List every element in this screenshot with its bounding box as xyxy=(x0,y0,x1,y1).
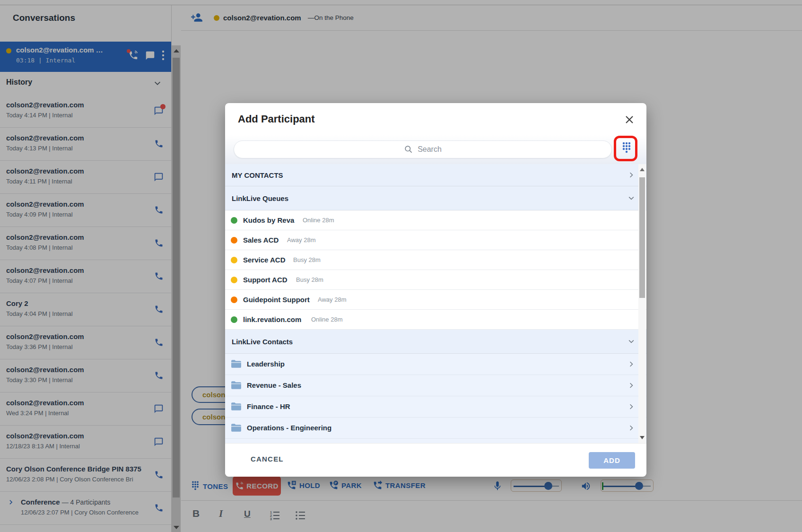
folder-icon xyxy=(230,359,242,369)
chevron-down-icon xyxy=(628,338,635,345)
chevron-right-icon xyxy=(628,403,635,410)
close-icon[interactable] xyxy=(625,115,634,124)
chevron-down-icon xyxy=(628,194,635,202)
queue-row[interactable]: Support ACD Busy 28m xyxy=(225,270,646,290)
dialog-header: Add Participant xyxy=(225,103,646,135)
folder-row[interactable]: Revenue - Sales xyxy=(225,375,646,396)
app-window: Conversations colson2@revation.com … 03:… xyxy=(0,0,802,532)
presence-dot-busy xyxy=(231,257,237,263)
chevron-right-icon xyxy=(628,171,635,179)
chevron-right-icon xyxy=(628,360,635,368)
scroll-down-arrow[interactable] xyxy=(640,436,645,439)
queue-row[interactable]: Sales ACD Away 28m xyxy=(225,230,646,250)
presence-dot-online xyxy=(231,316,237,323)
presence-dot-busy xyxy=(231,277,237,283)
presence-dot-away xyxy=(231,237,237,244)
search-input[interactable]: Search xyxy=(234,140,612,158)
queue-row[interactable]: Guidepoint Support Away 28m xyxy=(225,290,646,310)
queue-row[interactable]: Kudos by Reva Online 28m xyxy=(225,210,646,230)
dialog-title: Add Participant xyxy=(238,113,315,125)
add-button[interactable]: ADD xyxy=(589,452,635,469)
folder-row[interactable]: Leadership xyxy=(225,354,646,375)
folder-icon xyxy=(230,423,242,433)
dialog-footer: CANCEL ADD xyxy=(225,443,646,477)
chevron-right-icon xyxy=(628,382,635,389)
folder-icon xyxy=(230,401,242,411)
section-my-contacts[interactable]: MY CONTACTS xyxy=(225,164,646,186)
scroll-up-arrow[interactable] xyxy=(640,168,645,171)
folder-row[interactable]: Finance - HR xyxy=(225,396,646,418)
folder-row[interactable]: Operations - Engineering xyxy=(225,418,646,439)
section-linklive-queues[interactable]: LinkLive Queues xyxy=(225,186,646,210)
add-participant-dialog: Add Participant Search MY CONTACTS xyxy=(225,103,646,476)
search-row: Search xyxy=(225,135,646,164)
highlight-annotation xyxy=(614,136,637,161)
chevron-right-icon xyxy=(628,424,635,432)
queue-row[interactable]: link.revation.com Online 28m xyxy=(225,310,646,330)
queue-row[interactable]: Service ACD Busy 28m xyxy=(225,250,646,270)
folder-row-partial[interactable] xyxy=(225,439,646,443)
folder-icon xyxy=(230,380,242,390)
presence-dot-away xyxy=(231,297,237,303)
presence-dot-online xyxy=(231,217,237,224)
section-linklive-contacts[interactable]: LinkLive Contacts xyxy=(225,330,646,354)
contacts-list: MY CONTACTS LinkLive Queues Kudos by Rev… xyxy=(225,164,646,443)
modal-scrollbar[interactable] xyxy=(638,164,646,443)
cancel-button[interactable]: CANCEL xyxy=(251,455,284,463)
search-placeholder: Search xyxy=(418,145,442,154)
search-icon xyxy=(404,145,413,154)
scrollbar-thumb[interactable] xyxy=(639,177,645,298)
